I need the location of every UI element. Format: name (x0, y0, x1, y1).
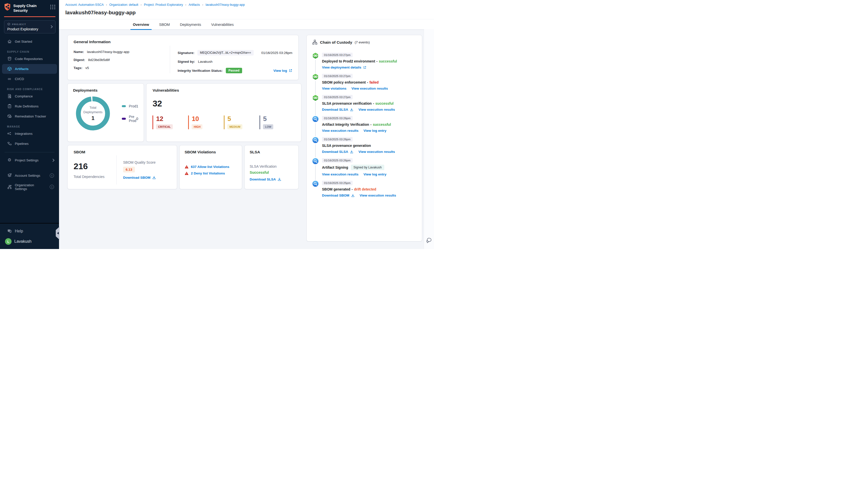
tab-sbom[interactable]: SBOM (159, 19, 170, 29)
view-execution-results-link[interactable]: View execution results (360, 194, 396, 197)
sbom-violations-card: SBOM Violations 637 Allow list Violation… (179, 145, 242, 189)
pipelines-icon (7, 141, 12, 146)
main-area: Account: Automation-SSCA › Organization:… (59, 0, 434, 249)
view-log-link[interactable]: View log (273, 69, 292, 73)
download-sbom-link[interactable]: Download SBOM (322, 194, 355, 197)
layers-gear-icon (7, 173, 12, 178)
quality-score-badge: 6.13 (123, 167, 134, 172)
card-title: SBOM (74, 150, 171, 154)
sbom-quality: SBOM Quality Score 6.13 Download SBOM (116, 155, 171, 184)
total-dependencies-value: 216 (74, 161, 116, 171)
view-log-entry-link[interactable]: View log entry (363, 129, 386, 132)
right-column: Chain of Custody (7 events) 01/16/2025 0… (307, 35, 422, 249)
breadcrumb: Account: Automation-SSCA › Organization:… (65, 3, 423, 6)
collapse-arrow-icon (57, 232, 59, 234)
remediation-box-icon (7, 114, 12, 119)
sidebar-item-remediation-tracker[interactable]: Remediation Tracker (2, 112, 57, 121)
view-deployment-details-link[interactable]: View deployment details (322, 66, 366, 69)
view-execution-results-link[interactable]: View execution results (322, 129, 359, 132)
breadcrumb-artifact-name[interactable]: lavakush07/easy-buggy-app (205, 3, 245, 6)
download-slsa-link[interactable]: Download SLSA (322, 108, 353, 112)
project-selector[interactable]: PROJECT Product Exploratory (4, 20, 55, 34)
view-execution-results-link[interactable]: View execution results (359, 150, 395, 154)
scan-circle-icon (312, 158, 319, 165)
info-icon[interactable]: i (50, 173, 54, 178)
cicd-infinity-icon: ∞ (7, 77, 12, 81)
event-separator: - (373, 101, 374, 105)
severity-critical: 12 CRITICAL (153, 116, 188, 129)
allow-list-violations-link[interactable]: 637 Allow list Violations (191, 165, 229, 169)
sidebar-item-artifacts[interactable]: Artifacts (2, 64, 57, 74)
severity-badge: MEDIUM (227, 124, 242, 129)
tab-vulnerabilities[interactable]: Vulnerabilities (211, 19, 234, 29)
tab-overview[interactable]: Overview (132, 19, 150, 29)
user-menu[interactable]: L Lavakush (0, 236, 59, 247)
view-execution-results-link[interactable]: View execution results (359, 108, 395, 112)
tab-bar: Overview SBOM Deployments Vulnerabilitie… (59, 19, 434, 30)
link-label: Download SBOM (322, 194, 349, 197)
feedback-chat-icon[interactable] (426, 237, 432, 245)
page: Supply Chain Security PROJECT Product Ex… (0, 0, 434, 249)
sidebar-item-organization-settings[interactable]: Organization Settings i (2, 181, 57, 193)
event-title: Artifact Integrity Verification (322, 122, 369, 127)
link-label: Download SLSA (322, 108, 348, 112)
card-title: General Information (74, 40, 292, 44)
signature-value[interactable]: MEQCICde2VjIT...bL+2+mqnOXw== (197, 50, 254, 55)
severity-count: 5 (227, 116, 259, 122)
help-chat-icon: ? (7, 229, 12, 233)
tab-deployments[interactable]: Deployments (179, 19, 202, 29)
info-icon[interactable]: i (50, 185, 54, 189)
deployments-legend: Prod 1 Pre Prod 0 (122, 104, 138, 123)
sidebar-item-help[interactable]: ? Help (2, 226, 57, 236)
view-log-entry-link[interactable]: View log entry (363, 172, 386, 176)
event-status: successful (373, 122, 391, 127)
view-execution-results-link[interactable]: View execution results (322, 172, 359, 176)
breadcrumb-organization[interactable]: Organization: default (109, 3, 138, 6)
general-info-right: Signature: MEQCICde2VjIT...bL+2+mqnOXw==… (170, 46, 292, 73)
sidebar-item-cicd[interactable]: ∞ CI/CD (2, 74, 57, 84)
slsa-card: SLSA SLSA Verification Successful Downlo… (244, 145, 299, 189)
download-sbom-link[interactable]: Download SBOM (123, 176, 171, 180)
module-switcher-icon[interactable] (50, 3, 55, 9)
severity-badge: HIGH (192, 124, 203, 129)
severity-medium: 5 MEDIUM (224, 116, 259, 129)
sidebar-item-rule-definitions[interactable]: Rule Definitions (2, 101, 57, 111)
sidebar-item-integrations[interactable]: Integrations (2, 129, 57, 139)
timeline-connector (315, 166, 316, 180)
deny-list-violations-link[interactable]: 2 Deny list Violations (191, 171, 225, 175)
breadcrumb-account[interactable]: Account: Automation-SSCA (65, 3, 104, 6)
sidebar-item-project-settings[interactable]: ⚙ Project Settings (2, 155, 57, 165)
artifact-cube-icon (7, 66, 12, 71)
signed-by-value: Lavakush (198, 60, 212, 64)
sidebar-item-label: Account Settings (15, 174, 40, 178)
org-gear-icon (7, 184, 12, 189)
artifact-name-value: lavakush07/easy-buggy-app (87, 50, 129, 54)
sidebar-item-get-started[interactable]: Get Started (2, 37, 57, 47)
prod-legend-dot (122, 105, 126, 107)
sidebar-nav: Get Started SUPPLY CHAIN </> Code Reposi… (0, 34, 59, 194)
download-slsa-link[interactable]: Download SLSA (250, 178, 281, 181)
deny-list-violations-row: 2 Deny list Violations (185, 171, 237, 175)
sidebar-item-code-repositories[interactable]: </> Code Repositories (2, 54, 57, 64)
sidebar-item-compliance[interactable]: Compliance (2, 91, 57, 101)
download-slsa-link[interactable]: Download SLSA (322, 150, 353, 154)
gear-icon: ⚙ (7, 158, 12, 163)
sidebar-item-pipelines[interactable]: Pipelines (2, 139, 57, 148)
breadcrumb-project[interactable]: Project: Product Exploratory (144, 3, 183, 6)
sidebar-item-account-settings[interactable]: Account Settings i (2, 171, 57, 181)
digest-label: Digest: (74, 58, 85, 62)
download-icon (152, 176, 156, 180)
digest-value: 8d23bd3b5d8f (88, 58, 110, 62)
view-execution-results-link[interactable]: View execution results (351, 87, 388, 90)
chevron-right-icon (50, 25, 53, 28)
compliance-doc-icon (7, 94, 12, 99)
breadcrumb-artifacts[interactable]: Artifacts (189, 3, 200, 6)
deployments-card: Deployments TotalDeployments 1 (67, 83, 144, 142)
scrollbar-gutter[interactable] (424, 29, 434, 249)
chain-of-custody-icon (312, 40, 318, 45)
severity-row: 12 CRITICAL 10 HIGH 5 MEDIUM (153, 116, 295, 129)
app-logo[interactable]: Supply Chain Security (4, 3, 55, 13)
legend-value: 1 (137, 104, 138, 108)
card-title: SBOM Violations (185, 150, 237, 154)
view-violations-link[interactable]: View violations (322, 87, 346, 90)
